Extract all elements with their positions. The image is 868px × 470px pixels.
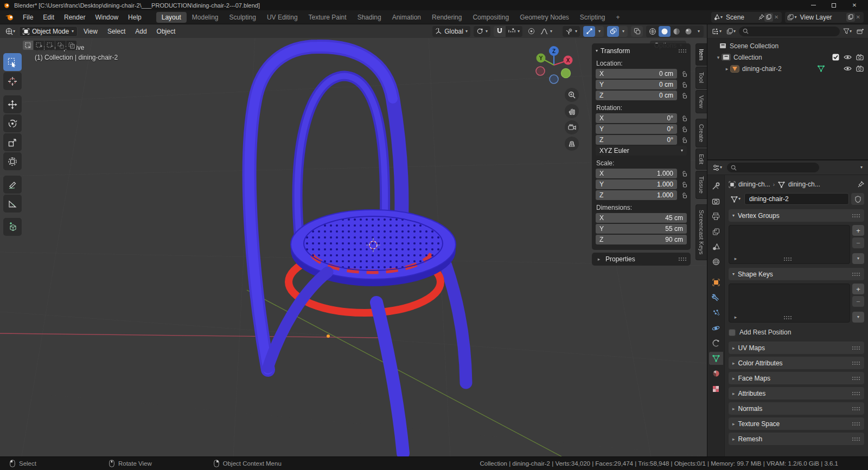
workspace-tab-compositing[interactable]: Compositing [467,12,514,23]
select-mode-invert-button[interactable] [55,41,66,50]
select-mode-intersect-button[interactable] [66,41,76,50]
vertex-groups-panel-header[interactable]: ▾Vertex Groups [729,209,864,222]
scale-y-field[interactable]: Y1.000 [596,179,677,189]
tab-screencast-keys[interactable]: Screencast Keys [695,204,707,260]
tab-physics-properties[interactable] [709,321,723,334]
pan-button[interactable] [565,104,579,118]
snapping-pair[interactable]: ▾ [474,26,490,37]
vertex-group-specials-button[interactable]: ▾ [852,253,864,264]
proportional-editing-toggle[interactable] [526,26,538,37]
workspace-tab-modeling[interactable]: Modeling [187,12,224,23]
remove-vertex-group-button[interactable]: − [852,237,864,248]
fake-user-button[interactable] [851,193,864,205]
scale-tool[interactable] [3,133,22,151]
lock-location-x-icon[interactable] [677,71,687,77]
workspace-tab-layout[interactable]: Layout [156,12,187,23]
gizmo-dropdown[interactable]: ▾ [595,26,604,37]
menu-window[interactable]: Window [90,12,123,23]
scale-z-field[interactable]: Z1.000 [596,190,677,200]
transform-tool[interactable] [3,152,22,170]
shading-material-button[interactable] [671,26,682,37]
add-vertex-group-button[interactable]: + [852,225,864,236]
overlays-dropdown[interactable]: ▾ [619,26,628,37]
workspace-tab-animation[interactable]: Animation [387,12,426,23]
minimize-button[interactable] [803,0,824,10]
panel-grip[interactable] [678,49,687,53]
tab-tool-properties[interactable] [709,179,723,192]
outliner-editor-type-button[interactable]: ▾ [710,28,723,35]
transform-orientation-dropdown[interactable]: Global ▾ [432,26,470,37]
outliner-row-object[interactable]: ▸ dining-chair-2 [707,63,868,74]
location-z-field[interactable]: Z0 cm [596,91,677,100]
snap-target-dropdown[interactable]: ▾ [506,26,522,37]
expand-icon[interactable]: ▸ [724,66,730,72]
lock-rotation-x-icon[interactable] [677,115,687,121]
workspace-tab-rendering[interactable]: Rendering [426,12,467,23]
tab-scene-properties[interactable] [709,240,723,253]
tab-tissue[interactable]: Tissue [695,171,707,199]
shape-key-specials-button[interactable]: ▾ [852,312,864,323]
view-object-types-dropdown[interactable]: ▾ [563,26,580,37]
collapse-icon[interactable]: ▾ [596,49,598,53]
pin-icon[interactable] [858,181,864,188]
rotation-mode-dropdown[interactable]: XYZ Euler▾ [596,146,687,156]
expand-icon[interactable]: ▾ [715,55,722,60]
add-rest-position-checkbox[interactable] [729,329,736,336]
menu-help[interactable]: Help [123,12,146,23]
tab-item[interactable]: Item [695,43,707,66]
menu-object[interactable]: Object [153,27,180,36]
workspace-tab-shading[interactable]: Shading [352,12,387,23]
close-button[interactable]: ✕ [844,0,865,10]
select-mode-new-button[interactable] [23,41,33,50]
lock-scale-z-icon[interactable] [677,192,687,198]
gizmo-minus-z-axis[interactable] [550,75,558,83]
zoom-button[interactable] [565,88,579,102]
tab-particle-properties[interactable] [709,306,723,319]
properties-search-input[interactable] [727,163,819,172]
breadcrumb-data[interactable]: dining-ch... [788,181,820,188]
tab-create[interactable]: Create [695,119,707,147]
menu-select[interactable]: Select [104,27,129,36]
camera-view-button[interactable] [565,120,579,134]
menu-add[interactable]: Add [131,27,150,36]
new-scene-icon[interactable] [764,13,773,22]
navigation-gizmo[interactable]: Z Y X [533,44,575,86]
properties-filter-dropdown[interactable]: ▾ [860,165,865,170]
pin-icon[interactable] [758,14,764,20]
proportional-falloff-dropdown[interactable]: ▾ [538,26,555,37]
gizmo-minus-y-axis[interactable] [561,69,571,78]
normals-panel-header[interactable]: ▸Normals [729,402,864,415]
disable-in-renders-icon[interactable] [856,66,864,72]
menu-render[interactable]: Render [59,12,90,23]
tab-constraint-properties[interactable] [709,337,723,350]
location-y-field[interactable]: Y0 cm [596,80,677,89]
snap-magnet-toggle[interactable] [494,26,506,37]
tab-view-layer-properties[interactable] [709,225,723,238]
unlink-scene-icon[interactable]: ✕ [773,14,780,20]
mesh-name-input[interactable]: dining-chair-2 [744,193,849,205]
remove-view-layer-icon[interactable]: ✕ [855,14,861,20]
properties-editor-type-button[interactable]: ▾ [711,164,724,171]
tab-material-properties[interactable] [709,367,723,380]
dimensions-y-field[interactable]: Y55 cm [596,224,687,234]
mode-dropdown[interactable]: Object Mode ▾ [19,26,78,37]
select-mode-subtract-button[interactable] [44,41,55,50]
menu-file[interactable]: File [18,12,38,23]
workspace-tab-scripting[interactable]: Scripting [575,12,611,23]
workspace-tab-texture-paint[interactable]: Texture Paint [303,12,352,23]
add-cube-tool[interactable] [3,218,22,236]
tab-modifier-properties[interactable] [709,291,723,304]
lock-location-y-icon[interactable] [677,82,687,88]
vertex-groups-list[interactable]: ▸ [729,225,850,264]
lock-location-z-icon[interactable] [677,93,687,99]
tab-render-properties[interactable] [709,195,723,208]
hide-in-viewport-icon[interactable] [844,66,852,72]
outliner-search-input[interactable] [739,27,840,36]
tab-edit[interactable]: Edit [695,149,707,170]
lock-scale-x-icon[interactable] [677,171,687,177]
workspace-tab-sculpting[interactable]: Sculpting [224,12,261,23]
select-mode-extend-button[interactable] [34,41,44,50]
remesh-panel-header[interactable]: ▸Remesh [729,433,864,445]
workspace-tab-uv-editing[interactable]: UV Editing [261,12,303,23]
tab-texture-properties[interactable] [709,382,723,395]
